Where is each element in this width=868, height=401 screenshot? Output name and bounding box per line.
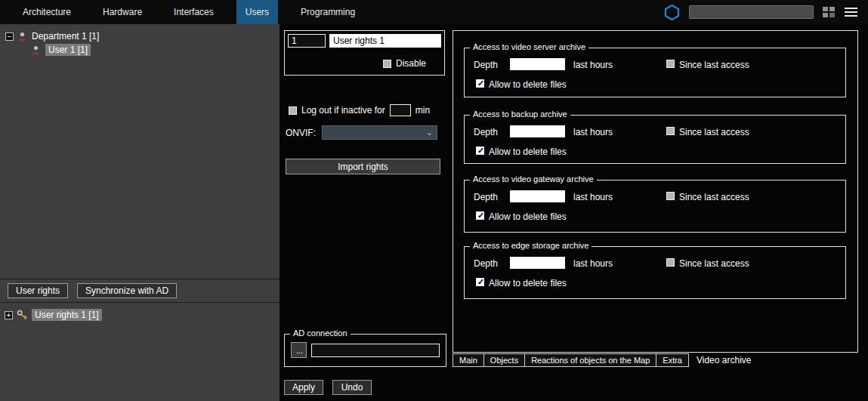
group-legend: Access to backup archive <box>470 110 570 119</box>
rights-buttons-band: User rights Synchronize with AD <box>0 279 280 302</box>
tree-item-label-selected: User 1 [1] <box>45 44 91 56</box>
edge-storage-archive-group: Access to edge storage archive Depth las… <box>464 246 846 299</box>
disable-label: Disable <box>396 58 426 69</box>
allow-delete-checkbox[interactable]: ✓ <box>476 147 484 155</box>
onvif-label: ONVIF: <box>286 128 317 138</box>
video-gateway-archive-group: Access to video gateway archive Depth la… <box>464 180 846 233</box>
depth-field[interactable] <box>510 125 565 137</box>
onvif-dropdown[interactable]: ⌄ <box>322 125 437 140</box>
objects-tree-panel: − Department 1 [1] User 1 [1] User right… <box>0 24 280 401</box>
object-name-field[interactable] <box>329 34 441 48</box>
allow-delete-checkbox[interactable]: ✓ <box>476 79 484 88</box>
apply-button[interactable]: Apply <box>284 380 323 395</box>
video-server-archive-group: Access to video server archive Depth las… <box>464 48 846 97</box>
tab-interfaces[interactable]: Interfaces <box>165 0 223 24</box>
since-last-access-label: Since last access <box>679 60 749 70</box>
since-last-access-label: Since last access <box>679 258 749 269</box>
since-last-access-checkbox[interactable] <box>666 60 675 68</box>
group-legend: Access to video gateway archive <box>470 174 597 184</box>
ad-connection-field[interactable] <box>311 344 440 357</box>
depth-field[interactable] <box>510 58 565 70</box>
disable-row: Disable <box>383 58 426 69</box>
logout-inactive-label: Log out if inactive for <box>301 105 385 116</box>
tab-programming[interactable]: Programming <box>292 0 364 24</box>
disable-checkbox[interactable] <box>383 60 391 68</box>
hexagon-logo-icon <box>664 4 680 20</box>
group-legend: Access to video server archive <box>470 42 588 51</box>
last-hours-label: last hours <box>573 258 613 269</box>
tree-item-department[interactable]: − Department 1 [1] <box>5 31 99 42</box>
tab-hardware[interactable]: Hardware <box>94 0 151 24</box>
since-last-access-checkbox[interactable] <box>666 127 675 135</box>
tab-reactions-map[interactable]: Reactions of objects on the Map <box>525 353 656 367</box>
menu-hamburger-icon[interactable] <box>845 8 857 17</box>
since-last-access-checkbox[interactable] <box>666 192 675 200</box>
last-hours-label: last hours <box>573 192 613 202</box>
user-rights-button[interactable]: User rights <box>8 283 68 298</box>
tab-users[interactable]: Users <box>236 0 278 24</box>
department-icon <box>17 32 28 42</box>
logout-inactive-row: Log out if inactive for min <box>289 104 430 116</box>
depth-label: Depth <box>474 258 498 269</box>
logout-minutes-field[interactable] <box>390 104 411 116</box>
tree-item-label-selected: User rights 1 [1] <box>32 309 102 321</box>
tree-item-user[interactable]: User 1 [1] <box>31 44 91 56</box>
since-last-access-label: Since last access <box>679 192 749 202</box>
divider <box>0 302 280 303</box>
allow-delete-label: Allow to delete files <box>489 147 567 157</box>
layout-grid-icon[interactable] <box>823 7 836 18</box>
main-nav-tabs: Architecture Hardware Interfaces Users P… <box>14 0 364 24</box>
apply-undo-row: Apply Undo <box>284 380 372 395</box>
since-last-access-label: Since last access <box>679 127 749 137</box>
topbar-right-cluster <box>664 4 857 20</box>
onvif-row: ONVIF: ⌄ <box>286 125 437 140</box>
application-window: Architecture Hardware Interfaces Users P… <box>0 0 868 401</box>
since-last-access-checkbox[interactable] <box>666 258 675 267</box>
settings-panel: Disable Log out if inactive for min ONVI… <box>280 24 453 401</box>
tab-extra[interactable]: Extra <box>656 353 689 367</box>
allow-delete-checkbox[interactable]: ✓ <box>476 211 484 220</box>
last-hours-label: last hours <box>573 127 613 137</box>
collapse-expander-icon[interactable]: − <box>5 32 14 41</box>
check-icon: ✓ <box>477 146 485 156</box>
search-input[interactable] <box>689 5 814 19</box>
synchronize-with-ad-button[interactable]: Synchronize with AD <box>77 283 177 298</box>
allow-delete-label: Allow to delete files <box>489 79 567 90</box>
allow-delete-label: Allow to delete files <box>489 278 567 288</box>
depth-field[interactable] <box>510 257 565 269</box>
ad-connection-group: AD connection ... <box>284 334 446 367</box>
video-archive-tab-panel: Access to video server archive Depth las… <box>453 24 868 401</box>
minutes-label: min <box>415 105 430 116</box>
check-icon: ✓ <box>477 79 485 88</box>
object-id-field[interactable] <box>288 34 326 48</box>
user-icon <box>31 45 42 55</box>
backup-archive-group: Access to backup archive Depth last hour… <box>464 115 846 164</box>
check-icon: ✓ <box>477 277 485 287</box>
check-icon: ✓ <box>477 211 485 221</box>
last-hours-label: last hours <box>573 60 613 70</box>
tab-architecture[interactable]: Architecture <box>14 0 80 24</box>
allow-delete-label: Allow to delete files <box>489 211 567 222</box>
chevron-down-icon: ⌄ <box>426 128 433 137</box>
depth-label: Depth <box>474 60 498 70</box>
tab-objects[interactable]: Objects <box>484 353 525 367</box>
settings-bottom-tabs: Main Objects Reactions of objects on the… <box>453 353 758 367</box>
depth-field[interactable] <box>510 190 565 202</box>
archive-settings-box: Access to video server archive Depth las… <box>453 30 858 353</box>
tree-item-user-rights[interactable]: + User rights 1 [1] <box>5 309 102 321</box>
depth-label: Depth <box>474 192 498 202</box>
group-legend: Access to edge storage archive <box>470 241 592 250</box>
ad-connection-legend: AD connection <box>290 329 351 338</box>
undo-button[interactable]: Undo <box>332 380 372 395</box>
key-icon <box>17 310 28 320</box>
allow-delete-checkbox[interactable]: ✓ <box>476 278 484 286</box>
logout-inactive-checkbox[interactable] <box>289 106 297 115</box>
top-menu-bar: Architecture Hardware Interfaces Users P… <box>0 0 868 24</box>
tab-video-archive[interactable]: Video archive <box>689 353 759 367</box>
tree-item-label: Department 1 [1] <box>32 31 99 42</box>
tab-main[interactable]: Main <box>453 353 484 367</box>
ad-browse-button[interactable]: ... <box>291 342 307 358</box>
depth-label: Depth <box>474 127 498 137</box>
import-rights-button[interactable]: Import rights <box>286 159 440 174</box>
expand-expander-icon[interactable]: + <box>5 311 13 319</box>
